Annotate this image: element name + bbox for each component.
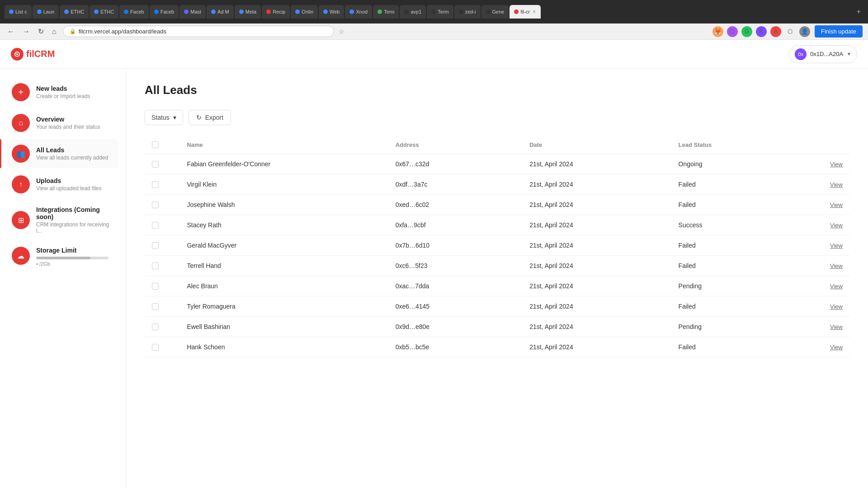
cell-date-7: 21st, April 2024 <box>522 296 671 317</box>
home-button[interactable]: ⌂ <box>50 27 58 37</box>
cell-status-0: Ongoing <box>671 154 791 174</box>
browser-tab[interactable]: List c <box>5 5 32 19</box>
row-checkbox-6[interactable] <box>152 283 159 290</box>
row-checkbox-5[interactable] <box>152 263 159 269</box>
browser-tab[interactable]: avp1 <box>400 5 426 19</box>
browser-tab[interactable]: ETHC <box>60 5 89 19</box>
browser-tab[interactable]: Meta <box>235 5 261 19</box>
browser-chrome: List cLaunETHCETHCFacebFacebMastAd MMeta… <box>0 0 868 23</box>
table-row: Tyler Romaguera 0xe6…4145 21st, April 20… <box>145 296 850 317</box>
toolbar: Status ▾ ↻ Export <box>145 110 850 125</box>
sidebar-item-all-leads[interactable]: 👥 All Leads View all leads currently add… <box>7 139 119 168</box>
storage-bar: • /2Gb <box>36 257 108 267</box>
sidebar-item-uploads[interactable]: ↑ Uploads View all uploaded lead files <box>7 170 119 199</box>
browser-tab[interactable]: Mast <box>179 5 206 19</box>
view-link-5[interactable]: View <box>830 263 843 269</box>
browser-tab[interactable]: Term <box>427 5 453 19</box>
user-badge[interactable]: 0x 0x1D...A20A ▼ <box>789 45 857 63</box>
status-dropdown[interactable]: Status ▾ <box>145 110 183 125</box>
select-all-checkbox[interactable] <box>152 141 159 148</box>
browser-tab[interactable]: Gene <box>481 5 509 19</box>
browser-tab[interactable]: Xnod <box>345 5 372 19</box>
table-header: Name Address Date Lead Status <box>145 136 850 154</box>
row-checkbox-3[interactable] <box>152 222 159 229</box>
view-link-1[interactable]: View <box>830 181 843 188</box>
sidebar-label-overview: Overview <box>36 116 100 123</box>
cell-date-8: 21st, April 2024 <box>522 317 671 337</box>
cell-date-2: 21st, April 2024 <box>522 195 671 215</box>
extension-icon-4[interactable]: K <box>756 26 767 37</box>
sidebar-sublabel-all-leads: View all leads currently added <box>36 155 108 161</box>
content-area: All Leads Status ▾ ↻ Export Name Address <box>127 69 868 488</box>
address-bar[interactable]: 🔒 filcrm.vercel.app/dashboard/leads <box>63 26 334 37</box>
row-checkbox-7[interactable] <box>152 303 159 310</box>
cell-address-0: 0x67…c32d <box>388 154 523 174</box>
table-row: Josephine Walsh 0xed…6c02 21st, April 20… <box>145 195 850 215</box>
browser-tab[interactable]: ETHC <box>90 5 118 19</box>
cell-date-3: 21st, April 2024 <box>522 215 671 235</box>
browser-tab[interactable]: Faceb <box>150 5 179 19</box>
extensions-button[interactable]: ⬡ <box>785 26 796 37</box>
export-button[interactable]: ↻ Export <box>189 110 231 125</box>
table-row: Stacey Rath 0xfa…9cbf 21st, April 2024 S… <box>145 215 850 235</box>
tab-close-icon[interactable]: ✕ <box>533 9 536 14</box>
table-row: Alec Braun 0xac…7dda 21st, April 2024 Pe… <box>145 276 850 296</box>
view-link-6[interactable]: View <box>830 283 843 290</box>
browser-tab[interactable]: zed-i <box>454 5 481 19</box>
extension-icon-5[interactable]: A <box>770 26 781 37</box>
row-checkbox-1[interactable] <box>152 181 159 188</box>
profile-icon[interactable]: 👤 <box>799 26 810 37</box>
browser-tab[interactable]: Onlin <box>291 5 318 19</box>
table-row: Virgil Klein 0xdf…3a7c 21st, April 2024 … <box>145 174 850 195</box>
row-checkbox-8[interactable] <box>152 324 159 330</box>
row-checkbox-0[interactable] <box>152 161 159 168</box>
view-link-9[interactable]: View <box>830 344 843 351</box>
row-checkbox-9[interactable] <box>152 344 159 351</box>
forward-button[interactable]: → <box>21 27 32 37</box>
cell-status-1: Failed <box>671 174 791 195</box>
page-title: All Leads <box>145 83 850 97</box>
extension-icon-3[interactable]: G <box>741 26 752 37</box>
row-checkbox-4[interactable] <box>152 242 159 249</box>
lock-icon: 🔒 <box>70 28 76 34</box>
browser-tab[interactable]: Temi <box>373 5 399 19</box>
cell-address-6: 0xac…7dda <box>388 276 523 296</box>
view-link-7[interactable]: View <box>830 303 843 310</box>
col-header-date: Date <box>522 136 671 154</box>
bookmark-icon[interactable]: ☆ <box>339 28 344 35</box>
cell-address-4: 0x7b…6d10 <box>388 235 523 256</box>
sidebar-label-all-leads: All Leads <box>36 146 108 154</box>
col-header-action <box>790 136 850 154</box>
sidebar-item-integrations[interactable]: ⊞ Integrations (Coming soon) CRM integra… <box>7 201 119 239</box>
back-button[interactable]: ← <box>5 27 16 37</box>
row-checkbox-2[interactable] <box>152 202 159 208</box>
cell-date-4: 21st, April 2024 <box>522 235 671 256</box>
sidebar-icon-new-leads: + <box>12 83 30 101</box>
cell-date-6: 21st, April 2024 <box>522 276 671 296</box>
view-link-8[interactable]: View <box>830 324 843 330</box>
browser-tab[interactable]: Ad M <box>207 5 234 19</box>
sidebar-item-new-leads[interactable]: + New leads Create or Import leads <box>7 78 119 107</box>
sidebar-item-overview[interactable]: ⌂ Overview Your leads and their status <box>7 108 119 137</box>
cell-status-4: Failed <box>671 235 791 256</box>
browser-tab[interactable]: Laun <box>33 5 59 19</box>
view-link-2[interactable]: View <box>830 202 843 208</box>
new-tab-button[interactable]: + <box>854 8 863 16</box>
logo-text: filCRM <box>26 49 55 59</box>
extension-icon-2[interactable]: ⬡ <box>727 26 738 37</box>
cell-name-7: Tyler Romaguera <box>179 296 388 317</box>
view-link-3[interactable]: View <box>830 222 843 229</box>
view-link-4[interactable]: View <box>830 242 843 249</box>
sidebar-icon-overview: ⌂ <box>12 114 30 132</box>
browser-tab[interactable]: fil-cr✕ <box>509 5 541 19</box>
cell-status-3: Success <box>671 215 791 235</box>
view-link-0[interactable]: View <box>830 161 843 168</box>
reload-button[interactable]: ↻ <box>36 26 46 37</box>
browser-tab[interactable]: Recip <box>262 5 290 19</box>
browser-tab[interactable]: Web <box>319 5 344 19</box>
finish-update-button[interactable]: Finish update <box>815 25 863 38</box>
extension-icon-1[interactable]: 🦊 <box>712 26 723 37</box>
table-row: Gerald MacGyver 0x7b…6d10 21st, April 20… <box>145 235 850 256</box>
export-label: Export <box>205 114 223 121</box>
browser-tab[interactable]: Faceb <box>119 5 149 19</box>
